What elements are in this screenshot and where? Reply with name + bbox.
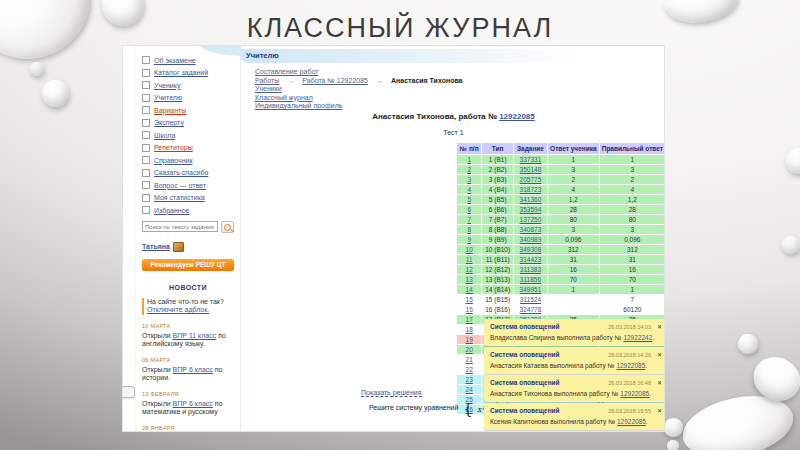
sidebar-item[interactable]: Учителю	[142, 92, 234, 105]
sidebar-item[interactable]: Моя статистика	[142, 192, 234, 205]
news-link[interactable]: Отключите адблок.	[147, 306, 209, 313]
row-number-link[interactable]: 20	[466, 346, 473, 353]
sidebar-item[interactable]: Об экзамене	[142, 54, 234, 67]
cutoff-widget[interactable]	[122, 386, 135, 398]
sidebar-item-label[interactable]: Ученику	[154, 82, 180, 89]
work-number-link[interactable]: 12922085	[499, 112, 535, 121]
task-link[interactable]: 353594	[520, 206, 542, 213]
checkbox[interactable]	[142, 119, 150, 127]
nav-link-journal[interactable]: Классный журнал	[255, 94, 313, 101]
sidebar-item-label[interactable]: Сказать спасибо	[154, 169, 208, 176]
sidebar-item-label[interactable]: Справочник	[154, 157, 193, 164]
row-number-link[interactable]: 4	[467, 186, 471, 193]
checkbox[interactable]	[142, 169, 150, 177]
sidebar-item[interactable]: Сказать спасибо	[142, 167, 234, 180]
task-link[interactable]: 349308	[520, 246, 542, 253]
sidebar-item-label[interactable]: Каталог заданий	[154, 69, 208, 76]
row-number-link[interactable]: 7	[467, 216, 471, 223]
row-number-link[interactable]: 5	[467, 196, 471, 203]
news-link[interactable]: ВПР 11 класс	[173, 332, 217, 339]
sidebar-item[interactable]: Репетиторы	[142, 142, 234, 155]
checkbox[interactable]	[142, 156, 150, 164]
checkbox[interactable]	[142, 94, 150, 102]
row-number-link[interactable]: 16	[466, 306, 473, 313]
nav-link-students[interactable]: Ученики	[255, 85, 282, 92]
row-number-link[interactable]: 18	[466, 326, 473, 333]
row-number-link[interactable]: 23	[466, 376, 473, 383]
task-link[interactable]: 137250	[520, 216, 542, 223]
toast-work-link[interactable]: 12922085	[620, 390, 649, 397]
toast-work-link[interactable]: 12922242	[623, 334, 652, 341]
task-link[interactable]: 311383	[520, 266, 541, 273]
logout-icon[interactable]	[173, 242, 184, 252]
checkbox[interactable]	[142, 181, 150, 189]
nav-link-work-number[interactable]: Работа № 12922085	[302, 77, 368, 84]
row-number-link[interactable]: 15	[466, 296, 473, 303]
row-number-link[interactable]: 3	[467, 176, 471, 183]
sidebar-item[interactable]: Эксперту	[142, 117, 234, 130]
task-link[interactable]: 314423	[520, 256, 542, 263]
sidebar-item[interactable]: Справочник	[142, 154, 234, 167]
toast-close-icon[interactable]: ✕	[657, 379, 662, 386]
sidebar-item-label[interactable]: Учителю	[154, 94, 182, 101]
row-number-link[interactable]: 17	[466, 316, 473, 323]
user-link[interactable]: Татьяна	[142, 243, 170, 250]
task-link[interactable]: 205775	[520, 176, 542, 183]
toast-close-icon[interactable]: ✕	[657, 323, 662, 330]
row-number-link[interactable]: 9	[467, 236, 471, 243]
row-number-link[interactable]: 1	[467, 156, 471, 163]
nav-link-profile[interactable]: Индивидуальный профиль	[255, 102, 342, 109]
checkbox[interactable]	[142, 206, 150, 214]
checkbox[interactable]	[142, 56, 150, 64]
sidebar-item[interactable]: Каталог заданий	[142, 67, 234, 80]
task-link[interactable]: 349951	[520, 286, 542, 293]
search-button[interactable]	[221, 221, 234, 233]
row-number-link[interactable]: 6	[467, 206, 471, 213]
checkbox[interactable]	[142, 69, 150, 77]
sidebar-item-label[interactable]: Варианты	[154, 107, 186, 114]
sidebar-item[interactable]: Избранное	[142, 204, 234, 217]
checkbox[interactable]	[142, 106, 150, 114]
nav-link-works[interactable]: Работы	[255, 77, 279, 84]
sidebar-item-label[interactable]: Репетиторы	[154, 144, 193, 151]
task-link[interactable]: 311524	[520, 296, 541, 303]
toast-work-link[interactable]: 12922085	[617, 418, 646, 425]
task-link[interactable]: 324778	[520, 306, 542, 313]
task-link[interactable]: 350148	[520, 166, 542, 173]
task-link[interactable]: 337331	[520, 156, 542, 163]
sidebar-item-label[interactable]: Школа	[154, 132, 175, 139]
toast-close-icon[interactable]: ✕	[657, 351, 662, 358]
sidebar-item-label[interactable]: Избранное	[154, 207, 189, 214]
sidebar-item-label[interactable]: Об экзамене	[154, 57, 196, 64]
toast-work-link[interactable]: 12922085	[616, 362, 645, 369]
search-input[interactable]	[142, 221, 218, 232]
show-solutions-link[interactable]: Показать решения	[361, 389, 422, 397]
row-number-link[interactable]: 13	[466, 276, 473, 283]
task-link[interactable]: 318723	[520, 186, 542, 193]
news-link[interactable]: ВПР 6 класс	[173, 400, 213, 407]
sidebar-item-label[interactable]: Эксперту	[154, 119, 184, 126]
row-number-link[interactable]: 24	[466, 386, 473, 393]
task-link[interactable]: 311856	[520, 276, 541, 283]
row-number-link[interactable]: 19	[466, 336, 473, 343]
sidebar-item-label[interactable]: Вопрос — ответ	[154, 182, 206, 189]
news-link[interactable]: ВПР 6 класс	[173, 366, 213, 373]
row-number-link[interactable]: 11	[466, 256, 473, 263]
row-number-link[interactable]: 2	[467, 166, 471, 173]
task-link[interactable]: 341360	[520, 196, 542, 203]
row-number-link[interactable]: 12	[466, 266, 473, 273]
sidebar-item-label[interactable]: Моя статистика	[154, 194, 205, 201]
task-link[interactable]: 340989	[520, 236, 542, 243]
checkbox[interactable]	[142, 131, 150, 139]
sidebar-item[interactable]: Ученику	[142, 79, 234, 92]
sidebar-item[interactable]: Школа	[142, 129, 234, 142]
nav-link-compose[interactable]: Составление работ	[255, 68, 318, 75]
task-link[interactable]: 340873	[520, 226, 542, 233]
row-number-link[interactable]: 14	[466, 286, 473, 293]
toast-close-icon[interactable]: ✕	[657, 407, 662, 414]
row-number-link[interactable]: 10	[466, 246, 473, 253]
checkbox[interactable]	[142, 194, 150, 202]
row-number-link[interactable]: 22	[466, 366, 473, 373]
checkbox[interactable]	[142, 81, 150, 89]
sidebar-item[interactable]: Варианты	[142, 104, 234, 117]
